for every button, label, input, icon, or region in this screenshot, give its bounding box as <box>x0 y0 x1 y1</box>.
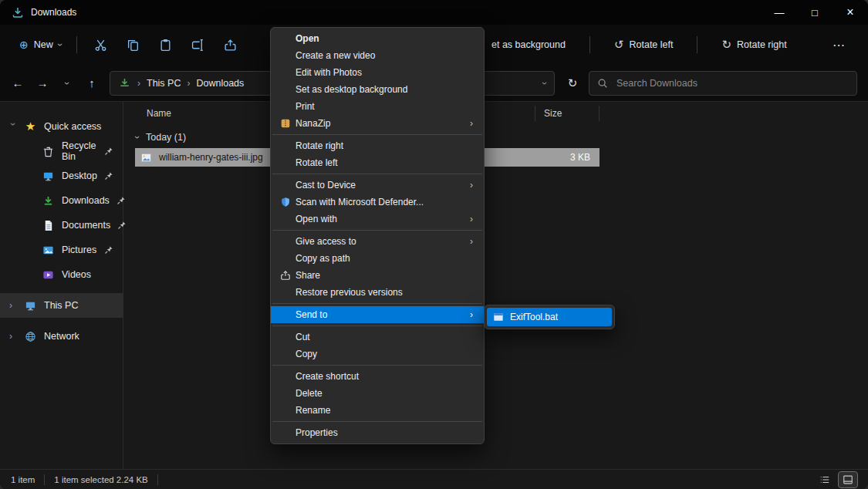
nanazip-icon <box>275 118 296 129</box>
chevron-down-icon: › <box>55 43 66 46</box>
video-icon <box>42 268 55 282</box>
file-name: william-henry-gates-iii.jpg <box>159 152 263 163</box>
menu-item-copy-as-path[interactable]: Copy as path <box>271 250 484 267</box>
sidebar-item-pictures[interactable]: Pictures <box>0 238 123 262</box>
menu-item-restore-previous-versions[interactable]: Restore previous versions <box>271 284 484 301</box>
group-header-today[interactable]: › Today (1) <box>123 126 868 148</box>
breadcrumb-downloads[interactable]: Downloads <box>196 78 244 89</box>
up-button[interactable]: ↑ <box>80 72 103 95</box>
sidebar-item-network[interactable]: › Network <box>0 324 123 349</box>
chevron-down-icon: › <box>132 136 143 139</box>
sidebar-item-label: Recycle Bin <box>62 140 97 162</box>
column-divider[interactable] <box>535 106 535 121</box>
menu-item-open-with[interactable]: Open with › <box>271 211 484 228</box>
titlebar-app: Downloads <box>0 6 76 19</box>
sidebar-item-label: Pictures <box>62 244 96 255</box>
defender-shield-icon <box>275 197 296 207</box>
share-icon <box>275 270 296 281</box>
menu-item-open[interactable]: Open <box>271 30 484 47</box>
menu-separator <box>272 230 482 231</box>
cut-button[interactable] <box>85 32 117 58</box>
sidebar-item-videos[interactable]: Videos <box>0 262 123 287</box>
minimize-button[interactable]: — <box>762 0 797 25</box>
menu-item-label: Share <box>296 270 320 281</box>
menu-item-label: Create a new video <box>296 50 375 61</box>
submenu-arrow-icon: › <box>470 118 478 129</box>
menu-item-rotate-right[interactable]: Rotate right <box>271 137 484 154</box>
sidebar-item-this-pc[interactable]: › This PC <box>0 293 123 318</box>
search-icon <box>597 78 608 89</box>
rename-button[interactable] <box>182 32 214 58</box>
details-view-button[interactable] <box>816 472 834 487</box>
menu-item-nanazip[interactable]: NanaZip › <box>271 115 484 132</box>
column-divider[interactable] <box>599 106 599 121</box>
forward-button[interactable]: → <box>31 72 54 95</box>
more-options-button[interactable]: ⋯ <box>825 35 853 56</box>
menu-item-create-a-new-video[interactable]: Create a new video <box>271 47 484 64</box>
column-header-size[interactable]: Size <box>544 108 562 119</box>
group-label: Today (1) <box>146 132 186 143</box>
sidebar-item-label: Desktop <box>62 170 97 181</box>
sidebar-item-downloads[interactable]: Downloads <box>0 188 123 213</box>
sidebar-item-desktop[interactable]: Desktop <box>0 164 123 188</box>
menu-item-set-as-desktop-background[interactable]: Set as desktop background <box>271 81 484 98</box>
menu-item-rename[interactable]: Rename <box>271 402 484 419</box>
download-arrow-icon <box>42 194 55 207</box>
image-file-icon <box>140 151 153 164</box>
menu-item-give-access-to[interactable]: Give access to › <box>271 233 484 250</box>
submenu-item-exiftool[interactable]: ExifTool.bat <box>487 308 612 326</box>
titlebar: Downloads — □ × <box>0 0 868 25</box>
menu-item-print[interactable]: Print <box>271 98 484 115</box>
menu-item-label: Delete <box>296 388 323 399</box>
rotate-right-button[interactable]: ↻ Rotate right <box>714 32 793 57</box>
rotate-left-button[interactable]: ↺ Rotate left <box>607 32 681 57</box>
submenu-arrow-icon: › <box>470 236 478 247</box>
menu-item-rotate-left[interactable]: Rotate left <box>271 154 484 171</box>
refresh-button[interactable]: ↻ <box>561 72 584 95</box>
status-bar: 1 item 1 item selected 2.24 KB <box>0 469 868 489</box>
close-button[interactable]: × <box>833 0 868 25</box>
submenu-item-label: ExifTool.bat <box>510 312 558 322</box>
menu-item-share[interactable]: Share <box>271 267 484 284</box>
menu-item-properties[interactable]: Properties <box>271 424 484 441</box>
menu-item-copy[interactable]: Copy <box>271 346 484 363</box>
new-button[interactable]: ⊕ New › <box>12 33 69 56</box>
thumbnail-view-button[interactable] <box>839 472 857 487</box>
back-button[interactable]: ← <box>6 72 29 95</box>
set-as-background-button[interactable]: et as background <box>485 34 572 56</box>
address-dropdown-icon[interactable]: › <box>539 82 550 85</box>
menu-item-cut[interactable]: Cut <box>271 329 484 346</box>
back-icon: ← <box>12 76 24 89</box>
pin-icon <box>104 245 113 255</box>
paste-button[interactable] <box>150 32 182 58</box>
column-header-name[interactable]: Name <box>147 108 171 119</box>
pin-icon <box>104 147 113 156</box>
menu-item-scan-with-microsoft-defender[interactable]: Scan with Microsoft Defender... <box>271 194 484 211</box>
submenu-arrow-icon: › <box>470 214 478 224</box>
toolbar-right-group: et as background ↺ Rotate left ↻ Rotate … <box>485 25 868 65</box>
menu-item-send-to[interactable]: Send to › <box>271 306 484 323</box>
share-button[interactable] <box>214 32 247 58</box>
sidebar-item-label: This PC <box>44 300 78 311</box>
menu-item-delete[interactable]: Delete <box>271 385 484 402</box>
sidebar-item-documents[interactable]: Documents <box>0 213 123 238</box>
document-icon <box>42 219 55 232</box>
recent-locations-button[interactable]: › <box>56 72 79 95</box>
menu-item-label: Scan with Microsoft Defender... <box>296 197 424 207</box>
menu-item-label: Edit with Photos <box>296 67 362 78</box>
copy-button[interactable] <box>117 32 150 58</box>
rotate-right-label: Rotate right <box>737 39 787 50</box>
menu-item-cast-to-device[interactable]: Cast to Device › <box>271 177 484 194</box>
sidebar-item-label: Documents <box>62 220 110 231</box>
more-icon: ⋯ <box>833 39 845 52</box>
maximize-button[interactable]: □ <box>797 0 833 25</box>
menu-item-edit-with-photos[interactable]: Edit with Photos <box>271 64 484 81</box>
breadcrumb-this-pc[interactable]: This PC <box>147 78 181 89</box>
menu-item-label: Copy as path <box>296 253 350 264</box>
sidebar-item-recycle-bin[interactable]: Recycle Bin <box>0 139 123 164</box>
menu-item-create-shortcut[interactable]: Create shortcut <box>271 368 484 385</box>
toolbar-divider <box>76 36 77 53</box>
search-input[interactable] <box>615 77 849 89</box>
menu-separator <box>272 365 482 366</box>
sidebar-item-quick-access[interactable]: › ★ Quick access <box>0 114 123 139</box>
